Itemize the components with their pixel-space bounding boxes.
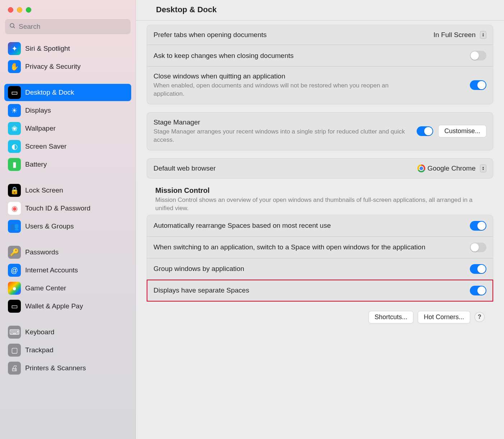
close-quit-label: Close windows when quitting an applicati…	[154, 72, 465, 80]
ask-keep-toggle[interactable]	[470, 51, 486, 60]
sidebar-item-displays[interactable]: ☀Displays	[4, 102, 131, 119]
close-quit-row: Close windows when quitting an applicati…	[147, 67, 493, 104]
sidebar-item-label: Passwords	[25, 248, 59, 256]
sidebar-item-label: Users & Groups	[25, 222, 74, 230]
footer-actions: Shortcuts... Hot Corners... ?	[147, 309, 493, 329]
shortcuts-button[interactable]: Shortcuts...	[368, 311, 413, 323]
sidebar-item-label: Printers & Scanners	[25, 364, 86, 372]
sidebar-item-printers[interactable]: 🖨Printers & Scanners	[4, 359, 131, 377]
sidebar-item-internet-accounts[interactable]: @Internet Accounts	[4, 262, 131, 279]
sidebar-item-privacy[interactable]: ✋Privacy & Security	[4, 58, 131, 75]
group-windows-label: Group windows by application	[154, 265, 465, 273]
sidebar-item-wallpaper[interactable]: ❀Wallpaper	[4, 120, 131, 137]
screensaver-icon: ◐	[8, 140, 21, 153]
ask-keep-label: Ask to keep changes when closing documen…	[154, 52, 465, 60]
sidebar-item-label: Internet Accounts	[25, 266, 78, 274]
sidebar-nav: ✦Siri & Spotlight ✋Privacy & Security ▭D…	[0, 38, 136, 377]
close-quit-toggle[interactable]	[470, 80, 486, 90]
help-button[interactable]: ?	[475, 312, 485, 322]
sidebar-item-game-center[interactable]: ●Game Center	[4, 280, 131, 297]
sidebar-item-label: Battery	[25, 160, 47, 168]
default-browser-row: Default web browser Google Chrome ▴▾	[147, 159, 493, 178]
mission-control-sub: Mission Control shows an overview of you…	[155, 196, 492, 213]
select-value: In Full Screen	[434, 31, 476, 39]
page-header: Desktop & Dock	[136, 0, 504, 21]
hand-icon: ✋	[8, 60, 21, 73]
sidebar-item-desktop-dock[interactable]: ▭Desktop & Dock	[4, 84, 131, 101]
fingerprint-icon: ◉	[8, 202, 21, 215]
sidebar: ✦Siri & Spotlight ✋Privacy & Security ▭D…	[0, 0, 136, 439]
hot-corners-button[interactable]: Hot Corners...	[418, 311, 470, 323]
stage-manager-label: Stage Manager	[154, 118, 412, 126]
select-value: Google Chrome	[427, 164, 476, 172]
sidebar-item-touch-id[interactable]: ◉Touch ID & Password	[4, 200, 131, 217]
sidebar-item-battery[interactable]: ▮Battery	[4, 156, 131, 173]
fullscreen-window-icon[interactable]	[26, 7, 31, 13]
switch-space-toggle[interactable]	[470, 243, 486, 252]
stage-manager-group: Stage Manager Stage Manager arranges you…	[147, 112, 493, 150]
mission-control-group: Automatically rearrange Spaces based on …	[147, 215, 493, 302]
auto-spaces-label: Automatically rearrange Spaces based on …	[154, 222, 465, 230]
sidebar-item-trackpad[interactable]: ▢Trackpad	[4, 341, 131, 359]
stage-manager-sub: Stage Manager arranges your recent windo…	[154, 128, 412, 144]
switch-space-row: When switching to an application, switch…	[147, 237, 493, 258]
dock-icon: ▭	[8, 86, 21, 99]
sidebar-item-users-groups[interactable]: 👥Users & Groups	[4, 218, 131, 235]
sidebar-item-wallet[interactable]: ▭Wallet & Apple Pay	[4, 298, 131, 315]
game-icon: ●	[8, 282, 21, 295]
sidebar-item-screen-saver[interactable]: ◐Screen Saver	[4, 138, 131, 155]
displays-spaces-toggle[interactable]	[470, 286, 486, 295]
trackpad-icon: ▢	[8, 344, 21, 357]
sidebar-item-label: Wallpaper	[25, 125, 56, 132]
search-field[interactable]	[5, 19, 130, 34]
default-browser-select[interactable]: Google Chrome ▴▾	[417, 164, 486, 172]
close-window-icon[interactable]	[8, 7, 13, 13]
sidebar-item-label: Keyboard	[25, 328, 54, 336]
flower-icon: ❀	[8, 122, 21, 135]
sidebar-item-siri[interactable]: ✦Siri & Spotlight	[4, 40, 131, 57]
window-controls	[0, 6, 136, 19]
keyboard-icon: ⌨	[8, 326, 21, 339]
lock-icon: 🔒	[8, 184, 21, 197]
stage-manager-customise-button[interactable]: Customise...	[438, 125, 486, 137]
sidebar-item-keyboard[interactable]: ⌨Keyboard	[4, 323, 131, 341]
switch-space-label: When switching to an application, switch…	[154, 243, 465, 251]
printer-icon: 🖨	[8, 362, 21, 375]
prefer-tabs-label: Prefer tabs when opening documents	[154, 31, 429, 39]
svg-point-0	[10, 23, 14, 27]
prefer-tabs-row: Prefer tabs when opening documents In Fu…	[147, 25, 493, 45]
chevron-updown-icon: ▴▾	[480, 31, 486, 39]
at-icon: @	[8, 264, 21, 277]
sidebar-item-label: Displays	[25, 107, 51, 114]
sidebar-item-label: Screen Saver	[25, 142, 67, 150]
siri-icon: ✦	[8, 42, 21, 55]
search-icon	[9, 23, 16, 31]
sidebar-item-label: Wallet & Apple Pay	[25, 302, 83, 310]
sidebar-item-label: Siri & Spotlight	[25, 45, 70, 53]
auto-spaces-toggle[interactable]	[470, 221, 486, 231]
sun-icon: ☀	[8, 104, 21, 117]
group-windows-toggle[interactable]	[470, 264, 486, 274]
default-browser-label: Default web browser	[154, 164, 412, 172]
documents-group: Prefer tabs when opening documents In Fu…	[147, 25, 493, 104]
stage-manager-row: Stage Manager Stage Manager arranges you…	[147, 113, 493, 150]
sidebar-item-label: Desktop & Dock	[25, 89, 74, 96]
chevron-updown-icon: ▴▾	[480, 164, 486, 172]
stage-manager-toggle[interactable]	[417, 126, 433, 136]
sidebar-item-label: Touch ID & Password	[25, 204, 91, 212]
prefer-tabs-select[interactable]: In Full Screen ▴▾	[434, 31, 486, 39]
search-input[interactable]	[19, 23, 126, 31]
displays-spaces-row: Displays have separate Spaces	[147, 280, 493, 301]
key-icon: 🔑	[8, 246, 21, 259]
minimize-window-icon[interactable]	[17, 7, 22, 13]
sidebar-item-lock-screen[interactable]: 🔒Lock Screen	[4, 182, 131, 199]
svg-line-1	[13, 27, 15, 28]
users-icon: 👥	[8, 220, 21, 233]
battery-icon: ▮	[8, 158, 21, 171]
mission-control-heading: Mission Control Mission Control shows an…	[147, 186, 493, 215]
ask-keep-row: Ask to keep changes when closing documen…	[147, 45, 493, 67]
sidebar-item-label: Privacy & Security	[25, 63, 81, 71]
close-quit-sub: When enabled, open documents and windows…	[154, 82, 412, 98]
sidebar-item-passwords[interactable]: 🔑Passwords	[4, 244, 131, 261]
chrome-icon	[417, 164, 425, 172]
